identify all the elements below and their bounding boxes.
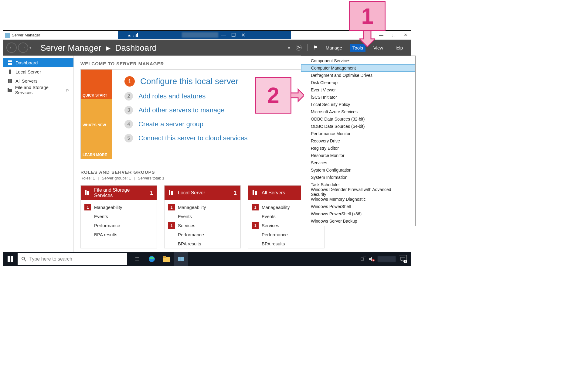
inner-close-button[interactable]: ✕ — [239, 31, 247, 39]
tools-menu-item[interactable]: Services — [301, 159, 415, 166]
tile-whats-new[interactable]: WHAT'S NEW — [81, 99, 112, 129]
chevron-right-icon: ▷ — [66, 88, 69, 92]
tile-row[interactable]: Events — [168, 212, 237, 221]
signal-icon — [133, 32, 138, 37]
tile-quick-start[interactable]: QUICK START — [81, 70, 112, 99]
maximize-button[interactable]: ▢ — [390, 32, 397, 37]
step-text: Create a server group — [138, 120, 203, 128]
notifications-button[interactable]: 2 — [399, 255, 407, 263]
tools-menu-item[interactable]: Component Services — [301, 57, 415, 64]
tile-body: 1 Manageability Events Performance BPA r… — [81, 200, 157, 239]
tile-row[interactable]: Events — [84, 212, 153, 221]
inner-maximize-button[interactable]: ❐ — [229, 31, 238, 39]
tile-learn-more[interactable]: LEARN MORE — [81, 129, 112, 159]
tools-menu-item[interactable]: Windows PowerShell (x86) — [301, 210, 415, 217]
nav-forward-button[interactable]: → — [18, 43, 28, 53]
tools-menu-item[interactable]: Windows Defender Firewall with Advanced … — [301, 188, 415, 196]
network-icon[interactable] — [361, 257, 366, 261]
tools-menu-item[interactable]: Registry Editor — [301, 145, 415, 152]
svg-rect-11 — [11, 79, 12, 83]
pin-icon — [127, 32, 132, 37]
tile-row-label: BPA results — [262, 241, 285, 246]
start-button[interactable] — [3, 252, 18, 266]
tile-row-label: Events — [94, 214, 108, 219]
taskbar-search[interactable] — [18, 253, 127, 265]
status-badge — [168, 213, 175, 220]
tile-header[interactable]: File and Storage Services 1 — [81, 186, 157, 200]
taskbar-pinned-apps — [130, 252, 188, 266]
divider: | — [134, 176, 135, 180]
groups-count: Server groups: 1 — [102, 176, 131, 180]
tools-menu-item[interactable]: Performance Monitor — [301, 130, 415, 137]
tile-name: Local Server — [178, 190, 230, 196]
step-text: Add other servers to manage — [138, 106, 225, 114]
flag-icon[interactable]: ⚑ — [313, 44, 318, 51]
step-text: Add roles and features — [138, 92, 206, 100]
volume-muted-icon[interactable] — [369, 257, 375, 261]
sidebar-item-all-servers[interactable]: All Servers — [3, 76, 73, 85]
step-text: Configure this local server — [140, 77, 239, 86]
tools-menu-item[interactable]: Windows PowerShell — [301, 203, 415, 210]
tile-row[interactable]: Performance — [252, 230, 321, 239]
tile-row[interactable]: 1 Manageability — [84, 203, 153, 212]
tile-row[interactable]: BPA results — [168, 239, 237, 248]
nav-dropdown-icon[interactable]: ▾ — [29, 46, 31, 50]
tools-menu-item[interactable]: Windows Server Backup — [301, 217, 415, 225]
tools-menu-item[interactable]: ODBC Data Sources (64-bit) — [301, 123, 415, 130]
svg-rect-9 — [8, 79, 9, 83]
taskbar-search-input[interactable] — [29, 256, 123, 262]
tools-menu-item[interactable]: Defragment and Optimise Drives — [301, 72, 415, 79]
menu-manage[interactable]: Manage — [323, 44, 345, 52]
sidebar-item-file-storage[interactable]: File and Storage Services ▷ — [3, 85, 73, 94]
tools-menu-item[interactable]: ODBC Data Sources (32-bit) — [301, 115, 415, 123]
file-explorer-icon[interactable] — [159, 252, 174, 266]
server-manager-taskbar-icon[interactable] — [174, 252, 188, 266]
breadcrumb-app: Server Manager — [40, 43, 101, 53]
tile-row[interactable]: 1 Manageability — [168, 203, 237, 212]
sidebar-item-label: Dashboard — [15, 60, 38, 65]
minimize-button[interactable]: — — [378, 32, 385, 37]
header-dropdown-icon[interactable]: ▾ — [288, 45, 290, 51]
callout-2: 2 — [255, 77, 291, 114]
task-view-button[interactable] — [130, 252, 144, 266]
inner-minimize-button[interactable]: — — [219, 31, 228, 39]
tools-menu-item[interactable]: Resource Monitor — [301, 152, 415, 159]
tile-row-label: BPA results — [94, 232, 117, 237]
menu-help[interactable]: Help — [391, 44, 405, 52]
tile-row[interactable]: BPA results — [252, 239, 321, 248]
tile-row[interactable]: Performance — [84, 221, 153, 230]
roles-count: Roles: 1 — [80, 176, 95, 180]
sidebar-item-local-server[interactable]: Local Server — [3, 67, 73, 76]
status-badge — [84, 231, 91, 238]
tools-menu-item[interactable]: Disk Clean-up — [301, 79, 415, 86]
tools-menu-item[interactable]: Local Security Policy — [301, 101, 415, 108]
tools-menu-item[interactable]: Event Viewer — [301, 86, 415, 94]
svg-rect-31 — [163, 256, 166, 258]
tools-menu-item[interactable]: iSCSI Initiator — [301, 94, 415, 101]
nav-buttons: ← → ▾ — [6, 43, 31, 53]
tile-header[interactable]: Local Server 1 — [165, 186, 240, 200]
svg-rect-6 — [8, 63, 10, 65]
tile-row-label: Events — [262, 214, 276, 219]
svg-rect-30 — [163, 257, 170, 262]
sidebar-item-label: All Servers — [15, 78, 38, 84]
refresh-icon[interactable]: ⟳ — [296, 45, 302, 51]
edge-icon[interactable] — [144, 252, 159, 266]
servers-icon — [8, 78, 12, 83]
tile-label: QUICK START — [83, 93, 107, 97]
tile-row[interactable]: BPA results — [84, 230, 153, 239]
tile-row[interactable]: Performance — [168, 230, 237, 239]
tile-row[interactable]: 1 Services — [168, 221, 237, 230]
role-tile: File and Storage Services 1 1 Manageabil… — [80, 185, 157, 248]
tools-menu-item[interactable]: Microsoft Azure Services — [301, 108, 415, 115]
tools-menu-item[interactable]: Recovery Drive — [301, 137, 415, 145]
close-button[interactable]: ✕ — [402, 32, 409, 37]
tools-menu-item[interactable]: System Configuration — [301, 166, 415, 174]
nav-back-button[interactable]: ← — [6, 43, 17, 53]
tile-row-label: Manageability — [178, 205, 206, 210]
tools-menu-item[interactable]: Computer Management — [301, 64, 415, 72]
step-text: Connect this server to cloud services — [138, 134, 248, 142]
sidebar-item-dashboard[interactable]: Dashboard — [3, 58, 73, 67]
servers-total: Servers total: 1 — [138, 176, 164, 180]
tools-menu-item[interactable]: System Information — [301, 174, 415, 181]
